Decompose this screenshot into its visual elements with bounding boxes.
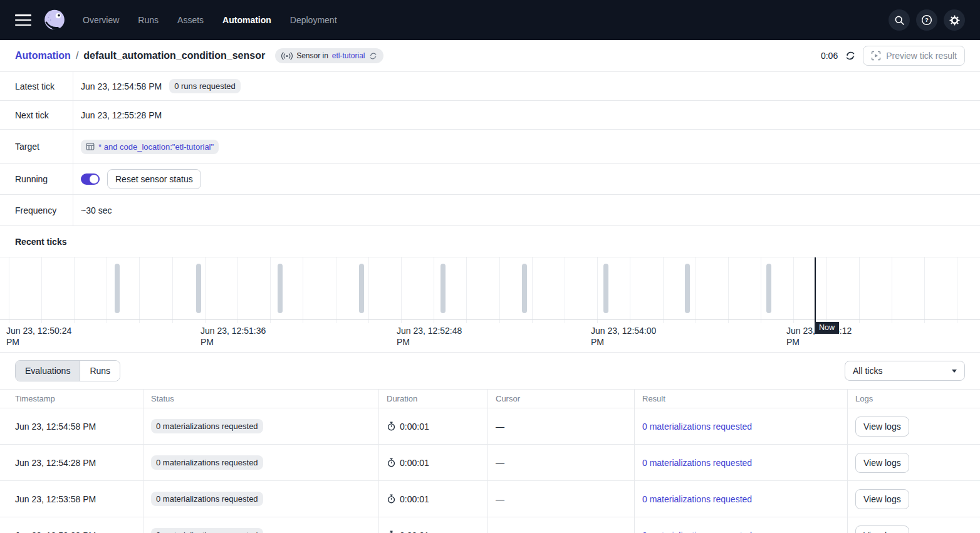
octopus-logo-icon — [43, 8, 66, 32]
tick-duration: 0:00:01 — [400, 530, 429, 533]
ticks-filter-dropdown[interactable]: All ticks — [845, 361, 965, 381]
stopwatch-icon — [387, 458, 396, 467]
target-selection-text: * and code_location:"etl-tutorial" — [98, 142, 214, 152]
view-logs-button[interactable]: View logs — [855, 525, 909, 533]
timeline-gridline — [696, 257, 696, 323]
latest-tick-label: Latest tick — [0, 72, 73, 100]
tab-runs[interactable]: Runs — [80, 361, 120, 381]
timeline-axis-label: Jun 23, 12:50:24 PM — [6, 325, 81, 348]
preview-button-label: Preview tick result — [886, 51, 957, 61]
view-logs-button[interactable]: View logs — [855, 453, 909, 473]
timeline-gridline — [237, 257, 238, 323]
menu-button[interactable] — [15, 14, 31, 26]
stopwatch-icon — [387, 494, 396, 504]
tick-result-link[interactable]: 0 materializations requested — [642, 494, 752, 504]
ticks-table-body: Jun 23, 12:54:58 PM 0 materializations r… — [0, 408, 980, 533]
breadcrumb-automation-link[interactable]: Automation — [15, 50, 71, 61]
col-logs: Logs — [848, 390, 980, 408]
stopwatch-icon — [387, 422, 396, 431]
nav-item-assets[interactable]: Assets — [177, 15, 204, 25]
tick-result-link[interactable]: 0 materializations requested — [642, 458, 752, 468]
tick-status-badge: 0 materializations requested — [151, 492, 263, 506]
nav-item-overview[interactable]: Overview — [83, 15, 119, 25]
timeline-gridline — [728, 257, 729, 323]
tick-bar[interactable] — [278, 264, 283, 313]
nav-item-runs[interactable]: Runs — [138, 15, 159, 25]
ticks-timeline[interactable]: Now Jun 23, 12:50:24 PMJun 23, 12:51:36 … — [0, 257, 980, 353]
row-next-tick: Next tick Jun 23, 12:55:28 PM — [0, 101, 980, 130]
timeline-gridline — [107, 257, 107, 323]
tabs-row: Evaluations Runs All ticks — [0, 353, 980, 389]
reset-sensor-status-button[interactable]: Reset sensor status — [107, 169, 201, 189]
tick-timestamp: Jun 23, 12:54:58 PM — [0, 408, 143, 444]
page-title: default_automation_condition_sensor — [83, 50, 265, 61]
ticks-table: Timestamp Status Duration Cursor Result … — [0, 389, 980, 533]
code-location-link[interactable]: etl-tutorial — [332, 51, 365, 60]
sensor-badge-label: Sensor in — [296, 51, 328, 60]
stopwatch-icon — [387, 530, 396, 533]
tick-bar[interactable] — [196, 264, 201, 313]
timeline-gridline — [303, 257, 303, 323]
tick-timestamp: Jun 23, 12:54:28 PM — [0, 445, 143, 480]
view-logs-button[interactable]: View logs — [855, 417, 909, 437]
timeline-gridline — [663, 257, 664, 323]
tick-bar[interactable] — [115, 264, 120, 313]
breadcrumb: Automation / default_automation_conditio… — [15, 50, 265, 61]
help-button[interactable]: ? — [916, 9, 937, 31]
tick-cursor: — — [488, 481, 635, 517]
timeline-gridline — [859, 257, 860, 323]
view-logs-button[interactable]: View logs — [855, 489, 909, 509]
question-icon: ? — [921, 14, 932, 26]
running-toggle[interactable] — [81, 173, 100, 185]
timeline-axis-label: Jun 23, 12:52:48 PM — [397, 325, 472, 348]
sensor-location-badge: Sensor in etl-tutorial — [275, 48, 383, 63]
main-nav: Overview Runs Assets Automation Deployme… — [83, 15, 337, 25]
col-timestamp: Timestamp — [0, 390, 143, 408]
page-header: Automation / default_automation_conditio… — [0, 40, 980, 72]
row-frequency: Frequency ~30 sec — [0, 195, 980, 226]
hamburger-icon — [15, 14, 31, 16]
tick-result-link[interactable]: 0 materializations requested — [642, 530, 752, 533]
timeline-axis-label: Jun 23, 12:54:00 PM — [591, 325, 666, 348]
tick-bar[interactable] — [522, 264, 527, 313]
view-tabs: Evaluations Runs — [15, 360, 120, 381]
tick-duration: 0:00:01 — [400, 458, 429, 468]
tick-cursor: — — [488, 445, 635, 480]
timeline-gridline — [139, 257, 140, 323]
timeline-gridline — [74, 257, 75, 323]
tick-result-link[interactable]: 0 materializations requested — [642, 422, 752, 432]
timeline-gridline — [9, 257, 9, 323]
preview-tick-result-button[interactable]: Preview tick result — [863, 46, 965, 66]
timeline-gridline — [597, 257, 598, 323]
tick-bar[interactable] — [603, 264, 608, 313]
refresh-button[interactable] — [845, 51, 855, 61]
timeline-gridline — [892, 257, 892, 323]
timeline-axis-label: Jun 23, 12:51:36 PM — [201, 325, 276, 348]
refresh-countdown: 0:06 — [821, 51, 838, 61]
header-actions: 0:06 Preview tick result — [821, 46, 965, 66]
frequency-label: Frequency — [0, 195, 73, 225]
settings-button[interactable] — [944, 9, 965, 31]
toggle-knob — [90, 175, 98, 184]
tick-bar[interactable] — [766, 264, 771, 313]
tick-bar[interactable] — [440, 264, 446, 313]
nav-item-deployment[interactable]: Deployment — [290, 15, 337, 25]
tick-status-badge: 0 materializations requested — [151, 455, 263, 470]
timeline-gridline — [401, 257, 402, 323]
row-target: Target * and code_location:"etl-tutorial… — [0, 130, 980, 164]
timeline-gridline — [826, 257, 827, 323]
timeline-gridline — [270, 257, 271, 323]
nav-item-automation[interactable]: Automation — [222, 15, 271, 25]
tick-bar[interactable] — [685, 264, 690, 313]
table-row: Jun 23, 12:54:58 PM 0 materializations r… — [0, 408, 980, 445]
search-icon — [894, 15, 905, 26]
next-tick-label: Next tick — [0, 101, 73, 129]
dagster-logo[interactable] — [43, 8, 66, 32]
timeline-gridline — [499, 257, 500, 323]
row-latest-tick: Latest tick Jun 23, 12:54:58 PM 0 runs r… — [0, 72, 980, 101]
target-label: Target — [0, 130, 73, 163]
search-button[interactable] — [889, 9, 910, 31]
tab-evaluations[interactable]: Evaluations — [16, 361, 80, 381]
target-selection-pill[interactable]: * and code_location:"etl-tutorial" — [81, 140, 219, 154]
tick-bar[interactable] — [359, 264, 364, 313]
